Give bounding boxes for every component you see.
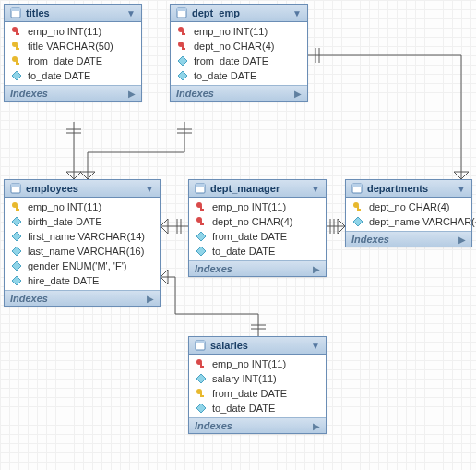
- column-row[interactable]: emp_no INT(11): [189, 199, 326, 214]
- key-icon: [196, 388, 207, 399]
- expand-icon[interactable]: ▶: [294, 89, 302, 99]
- collapse-icon[interactable]: ▼: [126, 8, 136, 18]
- column-row[interactable]: emp_no INT(11): [189, 356, 326, 371]
- attribute-icon: [196, 373, 207, 384]
- column-row[interactable]: salary INT(11): [189, 371, 326, 386]
- column-row[interactable]: title VARCHAR(50): [5, 39, 141, 54]
- svg-marker-27: [12, 217, 21, 226]
- collapse-icon[interactable]: ▼: [292, 8, 302, 18]
- table-title: departments: [367, 183, 452, 194]
- svg-marker-28: [12, 232, 21, 241]
- key-icon: [352, 201, 363, 212]
- table-icon: [10, 7, 21, 18]
- column-row[interactable]: dept_no CHAR(4): [189, 214, 326, 229]
- table-titles[interactable]: titles▼emp_no INT(11)title VARCHAR(50)fr…: [4, 4, 142, 102]
- indexes-section[interactable]: Indexes▶: [171, 85, 307, 101]
- column-row[interactable]: dept_no CHAR(4): [171, 39, 307, 54]
- column-label: dept_name VARCHAR(40): [369, 216, 476, 227]
- indexes-section[interactable]: Indexes▶: [346, 231, 471, 247]
- attribute-icon: [177, 70, 188, 81]
- table-dept_manager[interactable]: dept_manager▼emp_no INT(11)dept_no CHAR(…: [188, 179, 327, 277]
- table-header[interactable]: dept_emp▼: [171, 5, 307, 22]
- table-departments[interactable]: departments▼dept_no CHAR(4)dept_name VAR…: [345, 179, 472, 247]
- column-row[interactable]: emp_no INT(11): [5, 24, 141, 39]
- expand-icon[interactable]: ▶: [147, 294, 154, 304]
- table-icon: [176, 7, 187, 18]
- indexes-section[interactable]: Indexes▶: [5, 85, 141, 101]
- svg-rect-26: [16, 209, 19, 211]
- table-header[interactable]: employees▼: [5, 180, 160, 198]
- indexes-section[interactable]: Indexes▶: [189, 417, 326, 433]
- column-row[interactable]: birth_date DATE: [5, 214, 160, 229]
- indexes-label: Indexes: [176, 88, 214, 99]
- table-header[interactable]: departments▼: [346, 180, 471, 198]
- expand-icon[interactable]: ▶: [313, 264, 320, 274]
- column-row[interactable]: to_date DATE: [5, 68, 141, 83]
- column-row[interactable]: emp_no INT(11): [5, 199, 160, 214]
- svg-rect-10: [16, 63, 19, 65]
- primary-key-icon: [11, 26, 22, 37]
- expand-icon[interactable]: ▶: [313, 421, 320, 431]
- column-row[interactable]: emp_no INT(11): [171, 24, 307, 39]
- column-row[interactable]: gender ENUM('M', 'F'): [5, 259, 160, 273]
- column-row[interactable]: dept_no CHAR(4): [346, 199, 471, 214]
- column-row[interactable]: from_date DATE: [189, 386, 326, 401]
- expand-icon[interactable]: ▶: [458, 235, 466, 245]
- column-row[interactable]: dept_name VARCHAR(40): [346, 214, 471, 229]
- column-row[interactable]: to_date DATE: [171, 68, 307, 83]
- svg-rect-46: [357, 209, 361, 211]
- primary-key-icon: [177, 26, 188, 37]
- collapse-icon[interactable]: ▼: [145, 184, 154, 194]
- key-icon: [11, 55, 22, 66]
- indexes-section[interactable]: Indexes▶: [5, 290, 160, 306]
- column-label: dept_no CHAR(4): [369, 201, 449, 212]
- table-title: employees: [26, 183, 140, 194]
- column-row[interactable]: to_date DATE: [189, 401, 326, 416]
- column-row[interactable]: hire_date DATE: [5, 273, 160, 288]
- column-label: from_date DATE: [194, 55, 268, 66]
- table-title: dept_manager: [210, 183, 306, 194]
- indexes-label: Indexes: [195, 420, 232, 431]
- table-title: dept_emp: [192, 7, 288, 18]
- columns-list: emp_no INT(11)title VARCHAR(50)from_date…: [5, 22, 141, 85]
- svg-rect-43: [352, 184, 362, 187]
- table-dept_emp[interactable]: dept_emp▼emp_no INT(11)dept_no CHAR(4)fr…: [170, 4, 308, 102]
- indexes-label: Indexes: [10, 88, 48, 99]
- table-employees[interactable]: employees▼emp_no INT(11)birth_date DATEf…: [4, 179, 161, 307]
- table-header[interactable]: titles▼: [5, 5, 141, 22]
- column-row[interactable]: last_name VARCHAR(16): [5, 244, 160, 259]
- primary-key-icon: [196, 216, 207, 227]
- table-salaries[interactable]: salaries▼emp_no INT(11)salary INT(11)fro…: [188, 336, 327, 434]
- expand-icon[interactable]: ▶: [128, 89, 136, 99]
- column-label: from_date DATE: [212, 388, 287, 399]
- primary-key-icon: [177, 41, 188, 52]
- key-icon: [11, 41, 22, 52]
- column-row[interactable]: from_date DATE: [5, 54, 141, 68]
- column-row[interactable]: first_name VARCHAR(14): [5, 229, 160, 244]
- column-row[interactable]: from_date DATE: [171, 54, 307, 68]
- svg-rect-19: [182, 48, 185, 50]
- indexes-section[interactable]: Indexes▶: [189, 260, 326, 276]
- svg-rect-33: [196, 184, 205, 187]
- attribute-icon: [11, 275, 22, 286]
- indexes-label: Indexes: [351, 234, 389, 245]
- table-header[interactable]: dept_manager▼: [189, 180, 326, 198]
- columns-list: emp_no INT(11)dept_no CHAR(4)from_date D…: [189, 198, 326, 260]
- collapse-icon[interactable]: ▼: [311, 184, 320, 194]
- svg-marker-47: [353, 217, 363, 226]
- table-header[interactable]: salaries▼: [189, 337, 326, 355]
- svg-rect-23: [11, 184, 20, 187]
- svg-rect-39: [200, 223, 204, 225]
- column-label: emp_no INT(11): [212, 201, 286, 212]
- column-row[interactable]: to_date DATE: [189, 244, 326, 259]
- collapse-icon[interactable]: ▼: [457, 184, 466, 194]
- column-label: title VARCHAR(50): [28, 41, 113, 52]
- svg-marker-40: [196, 232, 206, 241]
- column-label: dept_no CHAR(4): [212, 216, 292, 227]
- column-label: to_date DATE: [212, 403, 275, 414]
- collapse-icon[interactable]: ▼: [311, 341, 320, 351]
- attribute-icon: [11, 216, 22, 227]
- column-row[interactable]: from_date DATE: [189, 229, 326, 244]
- svg-marker-41: [196, 247, 206, 256]
- table-title: salaries: [210, 340, 306, 351]
